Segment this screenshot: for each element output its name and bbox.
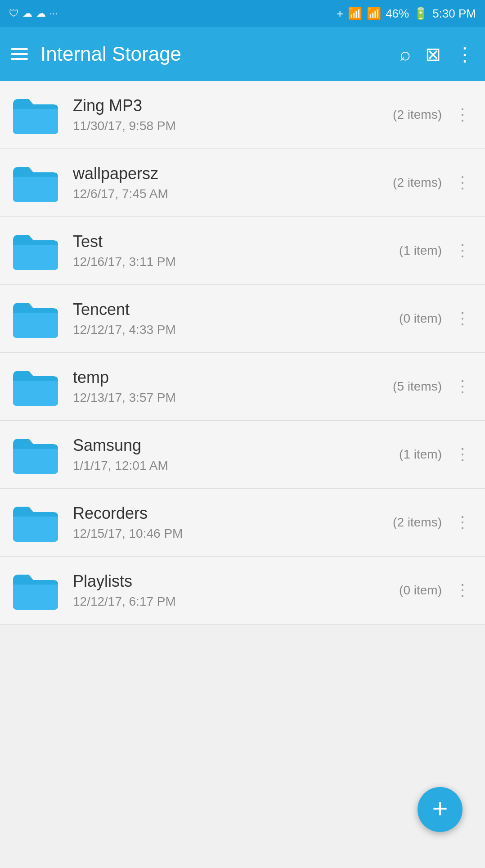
folder-icon (11, 162, 60, 203)
status-bar: 🛡 ☁ ☁ ··· + 📶 📶 46% 🔋 5:30 PM (0, 0, 485, 27)
file-name: Zing MP3 (73, 96, 393, 115)
file-count: (5 items) (393, 379, 442, 394)
battery-icon: 🔋 (413, 7, 428, 21)
file-info: Recorders 12/15/17, 10:46 PM (73, 504, 393, 541)
folder-icon (11, 94, 60, 135)
item-more-icon[interactable]: ⋮ (451, 509, 474, 535)
file-name: wallpapersz (73, 164, 393, 183)
list-item[interactable]: temp 12/13/17, 3:57 PM (5 items) ⋮ (0, 353, 485, 421)
list-item[interactable]: Test 12/16/17, 3:11 PM (1 item) ⋮ (0, 217, 485, 285)
signal-icon: 📶 (367, 7, 381, 21)
item-more-icon[interactable]: ⋮ (451, 170, 474, 196)
file-name: Test (73, 232, 399, 251)
file-count: (0 item) (399, 583, 442, 598)
top-bar-actions: ⌕ ⊠ ⋮ (400, 43, 474, 65)
wifi-icon: 📶 (348, 7, 362, 21)
file-info: Tencent 12/12/17, 4:33 PM (73, 300, 399, 337)
item-more-icon[interactable]: ⋮ (451, 577, 474, 603)
item-more-icon[interactable]: ⋮ (451, 238, 474, 264)
shield-icon: 🛡 (9, 8, 19, 19)
item-more-icon[interactable]: ⋮ (451, 441, 474, 468)
file-name: Samsung (73, 436, 399, 455)
file-name: Recorders (73, 504, 393, 523)
file-info: Test 12/16/17, 3:11 PM (73, 232, 399, 269)
bluetooth-icon: + (337, 7, 343, 21)
file-info: Samsung 1/1/17, 12:01 AM (73, 436, 399, 473)
status-left: 🛡 ☁ ☁ ··· (9, 8, 58, 19)
list-item[interactable]: wallpapersz 12/6/17, 7:45 AM (2 items) ⋮ (0, 149, 485, 217)
list-item[interactable]: Zing MP3 11/30/17, 9:58 PM (2 items) ⋮ (0, 81, 485, 149)
cloud-icon: ☁ (22, 8, 32, 19)
search-icon[interactable]: ⌕ (400, 43, 411, 65)
battery-percent: 46% (386, 7, 409, 21)
list-item[interactable]: Tencent 12/12/17, 4:33 PM (0 item) ⋮ (0, 285, 485, 353)
folder-icon (11, 502, 60, 543)
file-info: wallpapersz 12/6/17, 7:45 AM (73, 164, 393, 201)
more-options-icon[interactable]: ⋮ (455, 43, 474, 65)
cloud2-icon: ☁ (36, 8, 46, 19)
top-bar: Internal Storage ⌕ ⊠ ⋮ (0, 27, 485, 81)
page-title: Internal Storage (40, 43, 181, 65)
grid-view-icon[interactable]: ⊠ (425, 43, 441, 65)
item-more-icon[interactable]: ⋮ (451, 373, 474, 400)
file-count: (1 item) (399, 243, 442, 258)
file-count: (2 items) (393, 515, 442, 530)
dots-icon: ··· (49, 8, 58, 19)
file-name: temp (73, 368, 393, 387)
folder-icon (11, 434, 60, 475)
list-item[interactable]: Samsung 1/1/17, 12:01 AM (1 item) ⋮ (0, 421, 485, 489)
file-date: 12/15/17, 10:46 PM (73, 526, 393, 541)
file-info: Playlists 12/12/17, 6:17 PM (73, 572, 399, 609)
file-date: 12/16/17, 3:11 PM (73, 255, 399, 269)
file-date: 12/12/17, 6:17 PM (73, 594, 399, 609)
folder-icon (11, 570, 60, 611)
file-date: 12/12/17, 4:33 PM (73, 323, 399, 337)
top-bar-left: Internal Storage (11, 43, 181, 65)
list-item[interactable]: Playlists 12/12/17, 6:17 PM (0 item) ⋮ (0, 557, 485, 625)
file-name: Tencent (73, 300, 399, 319)
folder-icon (11, 298, 60, 339)
add-icon: + (432, 795, 448, 822)
file-date: 12/6/17, 7:45 AM (73, 187, 393, 201)
folder-icon (11, 230, 60, 271)
file-date: 1/1/17, 12:01 AM (73, 459, 399, 473)
status-time: 5:30 PM (432, 7, 476, 21)
file-info: Zing MP3 11/30/17, 9:58 PM (73, 96, 393, 133)
file-name: Playlists (73, 572, 399, 591)
status-right: + 📶 📶 46% 🔋 5:30 PM (337, 7, 476, 21)
menu-button[interactable] (11, 48, 28, 60)
file-list: Zing MP3 11/30/17, 9:58 PM (2 items) ⋮ w… (0, 81, 485, 625)
list-item[interactable]: Recorders 12/15/17, 10:46 PM (2 items) ⋮ (0, 489, 485, 557)
file-count: (1 item) (399, 447, 442, 462)
item-more-icon[interactable]: ⋮ (451, 306, 474, 332)
folder-icon (11, 366, 60, 407)
file-date: 11/30/17, 9:58 PM (73, 119, 393, 133)
add-button[interactable]: + (418, 787, 463, 832)
file-count: (0 item) (399, 311, 442, 326)
item-more-icon[interactable]: ⋮ (451, 102, 474, 128)
file-count: (2 items) (393, 108, 442, 122)
file-count: (2 items) (393, 175, 442, 190)
file-date: 12/13/17, 3:57 PM (73, 391, 393, 405)
file-info: temp 12/13/17, 3:57 PM (73, 368, 393, 405)
